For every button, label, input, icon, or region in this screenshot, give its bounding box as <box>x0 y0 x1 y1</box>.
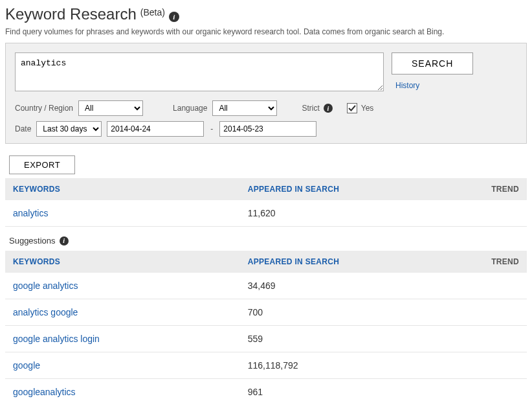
col-trend[interactable]: TREND <box>474 251 527 273</box>
export-button[interactable]: EXPORT <box>9 155 75 174</box>
table-row: google analytics 34,469 <box>5 273 527 299</box>
page-description: Find query volumes for phrases and keywo… <box>5 27 527 36</box>
strict-yes-label: Yes <box>361 104 374 113</box>
date-range-select[interactable]: Last 30 days <box>36 121 102 137</box>
table-row: analytics 11,620 <box>5 200 527 227</box>
info-icon[interactable]: i <box>169 12 179 22</box>
history-link[interactable]: History <box>395 81 473 90</box>
appeared-value: 961 <box>240 379 475 402</box>
language-label: Language <box>173 104 207 113</box>
table-row: google analytics login 559 <box>5 326 527 352</box>
info-icon[interactable]: i <box>324 104 333 113</box>
keyword-link[interactable]: googleanalytics <box>13 387 76 397</box>
table-row: googleanalytics 961 <box>5 379 527 402</box>
strict-checkbox[interactable] <box>347 103 357 113</box>
strict-label: Strict <box>302 104 319 113</box>
suggestions-heading: Suggestions i <box>5 227 527 251</box>
info-icon[interactable]: i <box>60 236 69 246</box>
results-table: KEYWORDS APPEARED IN SEARCH TREND analyt… <box>5 178 527 227</box>
suggestions-table: KEYWORDS APPEARED IN SEARCH TREND google… <box>5 251 527 401</box>
keyword-link[interactable]: analytics <box>13 208 48 218</box>
col-keywords[interactable]: KEYWORDS <box>5 178 240 200</box>
title-text: Keyword Research <box>5 5 137 23</box>
search-button[interactable]: SEARCH <box>392 52 473 74</box>
col-keywords[interactable]: KEYWORDS <box>5 251 240 273</box>
table-row: analytics google 700 <box>5 299 527 326</box>
language-select[interactable]: All <box>212 100 277 116</box>
appeared-value: 11,620 <box>240 200 475 227</box>
search-panel: SEARCH History Country / Region All Lang… <box>5 43 527 144</box>
appeared-value: 559 <box>240 326 475 352</box>
keyword-link[interactable]: google <box>13 360 40 371</box>
col-appeared[interactable]: APPEARED IN SEARCH <box>240 178 475 200</box>
date-from-input[interactable] <box>107 121 204 137</box>
keyword-link[interactable]: analytics google <box>13 307 78 317</box>
appeared-value: 34,469 <box>240 273 475 299</box>
keyword-link[interactable]: google analytics login <box>13 334 100 344</box>
country-select[interactable]: All <box>78 100 143 116</box>
date-to-input[interactable] <box>219 121 316 137</box>
date-label: Date <box>15 124 31 133</box>
table-row: google 116,118,792 <box>5 352 527 379</box>
col-trend[interactable]: TREND <box>474 178 527 200</box>
country-label: Country / Region <box>15 104 73 113</box>
search-input[interactable] <box>15 52 384 91</box>
beta-badge: (Beta) <box>140 7 165 17</box>
appeared-value: 116,118,792 <box>240 352 475 379</box>
keyword-link[interactable]: google analytics <box>13 281 78 291</box>
date-dash: - <box>210 124 213 133</box>
page-title: Keyword Research (Beta) i <box>5 5 527 23</box>
col-appeared[interactable]: APPEARED IN SEARCH <box>240 251 475 273</box>
appeared-value: 700 <box>240 299 475 326</box>
